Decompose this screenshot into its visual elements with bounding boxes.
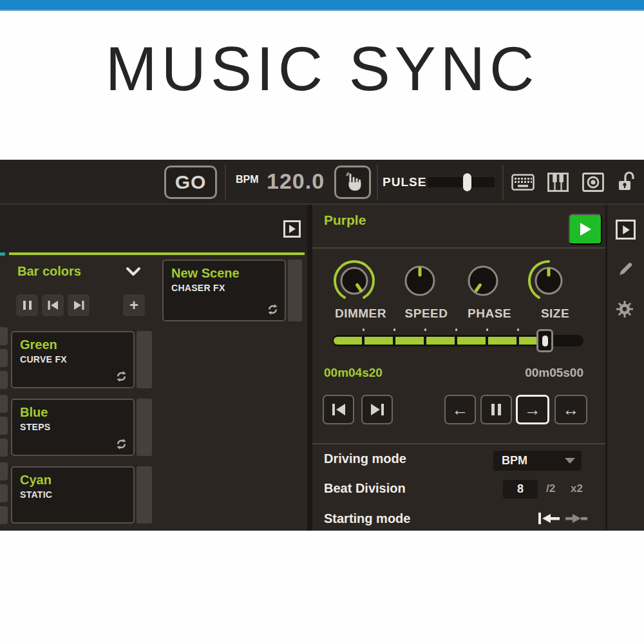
pulse-slider[interactable] [428,177,495,187]
tap-tempo-button[interactable] [334,166,371,199]
timeline-segment [426,337,455,345]
arrow-both-icon: ↔ [563,400,580,420]
bank-pause-button[interactable] [16,294,38,316]
timeline-tick [424,328,426,331]
bank-previous-button[interactable] [42,294,64,316]
pause-button[interactable] [480,395,512,424]
scene-handle[interactable] [137,399,152,456]
edge-tab [0,417,8,435]
scene-handle[interactable] [137,466,152,524]
scene-name: Cyan [20,473,133,488]
timeline-slider[interactable] [332,335,583,346]
knob-label: DIMMER [330,307,392,321]
driving-mode-value: BPM [502,454,565,468]
divider [312,443,605,444]
go-to-end-button[interactable] [361,395,393,424]
beat-division-value[interactable]: 8 [503,480,538,498]
bank-progress-chip [0,252,5,256]
pulse-slider-thumb[interactable] [463,173,471,191]
dimmer-knob[interactable]: DIMMER [330,256,392,321]
driving-mode-dropdown[interactable]: BPM [493,451,582,471]
panel-divider [307,205,312,531]
scene-handle[interactable] [137,331,152,388]
divider [312,247,605,249]
scene-bank-header [0,205,307,252]
play-backward-button[interactable]: ← [444,395,476,424]
camera-icon[interactable] [582,173,604,192]
edge-tab [0,371,8,389]
scene-card-blue[interactable]: Blue STEPS [11,399,135,456]
starting-mode-label: Starting mode [324,511,410,526]
open-player-icon[interactable] [283,220,301,238]
play-button[interactable] [569,214,602,245]
timeline-segment [395,337,424,345]
speed-knob[interactable]: SPEED [395,256,457,321]
edit-pencil-icon[interactable] [617,260,634,278]
start-from-beginning-icon[interactable] [538,511,560,526]
timeline-tick [393,328,395,331]
scene-handle[interactable] [288,260,302,321]
panel-divider [605,205,607,531]
skip-back-icon [48,301,59,310]
time-total: 00m05s00 [489,366,583,380]
scene-name: Blue [20,405,133,420]
toolbar-separator [502,165,504,200]
tap-icon [343,171,363,193]
play-icon [578,222,592,237]
edge-tab [0,462,8,480]
keyboard-icon[interactable] [511,174,535,191]
timeline-thumb[interactable] [536,329,553,352]
loop-icon[interactable] [115,438,128,450]
start-from-position-icon[interactable] [565,511,587,526]
page-title: MUSIC SYNC [0,33,644,104]
scene-card-cyan[interactable]: Cyan STATIC [11,466,135,524]
double-button[interactable]: x2 [571,482,583,495]
settings-gear-icon[interactable] [616,300,634,318]
edge-tab [0,327,8,345]
scene-type: CHASER FX [171,283,285,293]
scene-card-new-scene[interactable]: New Scene CHASER FX [162,260,286,321]
bank-title[interactable]: Bar colors [17,264,81,279]
top-blue-bar [0,0,644,11]
scene-name: New Scene [171,266,285,281]
toolbar-separator [377,165,378,200]
bank-next-button[interactable] [68,294,90,316]
bpm-value[interactable]: 120.0 [267,169,325,194]
edge-tab [0,349,8,367]
beat-division-label: Beat Division [324,481,406,496]
loop-icon[interactable] [267,303,279,316]
ping-pong-button[interactable]: ↔ [554,395,587,424]
go-button[interactable]: GO [164,166,217,199]
go-to-start-button[interactable] [323,395,354,424]
timeline-tick [517,328,519,331]
preview-player-icon[interactable] [616,220,636,240]
edge-tab [0,395,8,413]
scene-card-green[interactable]: Green CURVE FX [11,331,135,388]
pause-icon [491,404,501,415]
caret-down-icon [565,458,575,464]
edge-tab [0,439,8,457]
scene-type: STATIC [20,489,133,500]
add-scene-button[interactable]: + [123,294,145,316]
loop-icon[interactable] [115,370,128,383]
skip-forward-icon [73,301,84,310]
active-scene-name: Purple [324,213,366,228]
time-elapsed: 00m04s20 [324,366,383,380]
edge-tab [0,506,8,524]
timeline-segment [334,337,362,345]
unlock-icon[interactable] [617,171,636,193]
timeline-segment [457,337,486,345]
pulse-label: PULSE [383,175,426,189]
size-knob[interactable]: SIZE [524,256,586,321]
promo-image: MUSIC SYNC GO BPM 120.0 [0,0,644,644]
halve-button[interactable]: /2 [546,482,555,495]
play-forward-button[interactable]: → [516,395,549,424]
pause-icon [23,301,32,310]
piano-icon[interactable] [547,173,569,192]
knob-label: PHASE [459,307,520,321]
app-window: GO BPM 120.0 PULSE [0,160,644,531]
timeline-tick [455,328,457,331]
chevron-down-icon[interactable] [126,267,140,276]
phase-knob[interactable]: PHASE [459,256,520,321]
scene-type: STEPS [20,422,133,432]
